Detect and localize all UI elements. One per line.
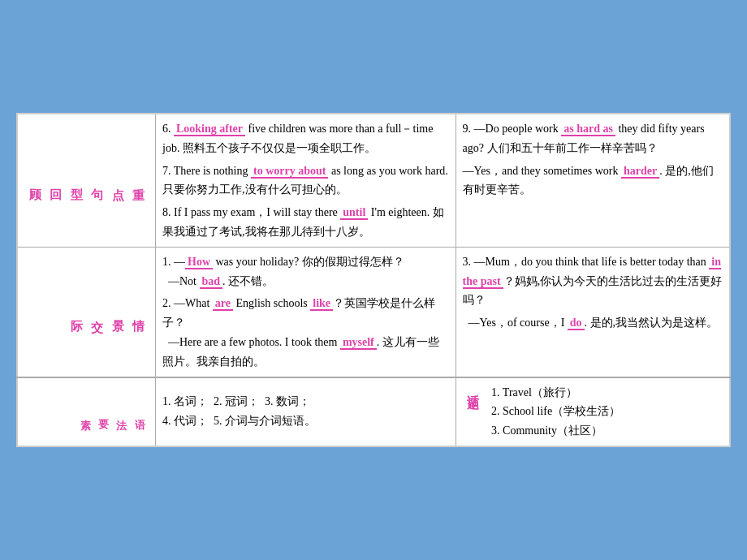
cell-grammar-left: 6. Looking after five children was more … [156, 114, 456, 247]
fill-do: do [568, 317, 585, 330]
cell-dialogue-left: 1. —How was your holiday? 你的假期过得怎样？ —Not… [156, 247, 456, 377]
row-grammar: 重点句型回顾 6. Looking after five children wa… [17, 114, 730, 247]
cell-grammar-points: 1. 名词； 2. 冠词； 3. 数词； 4. 代词； 5. 介词与介词短语。 [156, 377, 456, 446]
item-7: 7. There is nothing to worry about as lo… [162, 162, 449, 200]
dialogue-3: 3. —Mum，do you think that life is better… [463, 252, 723, 310]
fill-harder: harder [621, 165, 659, 179]
cell-dialogue-right: 3. —Mum，do you think that life is better… [456, 247, 730, 377]
item-9: 9. —Do people work as hard as they did f… [463, 119, 723, 158]
label-topic: 话题 [463, 383, 484, 391]
dialogue-1-answer: —Not bad. 还不错。 [162, 272, 449, 291]
fill-to-worry-about: to worry about [251, 165, 328, 179]
topics-container: 话题 1. Travel（旅行） 2. School life（学校生活） 3.… [463, 383, 723, 441]
item-9-answer: —Yes，and they sometimes work harder. 是的,… [463, 162, 723, 200]
fill-in-the-past: in the past [463, 256, 721, 289]
cell-grammar-right: 9. —Do people work as hard as they did f… [456, 114, 730, 247]
row-bottom: 语法要素 1. 名词； 2. 冠词； 3. 数词； 4. 代词； 5. 介词与介… [17, 377, 730, 446]
fill-myself: myself [340, 336, 377, 350]
dialogue-3-answer: —Yes，of course，I do. 是的,我当然认为是这样。 [463, 313, 723, 333]
grammar-content: 1. 名词； 2. 冠词； 3. 数词； 4. 代词； 5. 介词与介词短语。 [162, 392, 449, 431]
dialogue-1: 1. —How was your holiday? 你的假期过得怎样？ [162, 252, 449, 272]
topics-list: 1. Travel（旅行） 2. School life（学校生活） 3. Co… [491, 383, 620, 441]
fill-like: like [310, 297, 333, 311]
item-6: 6. Looking after five children was more … [162, 119, 449, 158]
label-dialogue: 情景交际 [17, 247, 156, 377]
label-grammar: 重点句型回顾 [17, 114, 156, 247]
topic-1: 1. Travel（旅行） [491, 383, 620, 403]
fill-are: are [213, 297, 233, 311]
dialogue-2-answer: —Here are a few photos. I took them myse… [162, 333, 449, 372]
dialogue-2: 2. —What are English schools like？英国学校是什… [162, 294, 449, 333]
cell-topics: 话题 1. Travel（旅行） 2. School life（学校生活） 3.… [456, 377, 730, 446]
fill-as-hard-as: as hard as [561, 123, 615, 136]
item-8: 8. If I pass my exam，I will stay there u… [162, 203, 449, 242]
main-table: 重点句型回顾 6. Looking after five children wa… [16, 113, 731, 447]
fill-until: until [340, 206, 368, 220]
label-grammar-points: 语法要素 [17, 377, 156, 446]
topic-2: 2. School life（学校生活） [491, 402, 620, 421]
row-dialogue: 情景交际 1. —How was your holiday? 你的假期过得怎样？… [17, 247, 730, 377]
fill-bad: bad [200, 275, 223, 289]
topic-3: 3. Community（社区） [491, 421, 620, 441]
fill-looking-after: Looking after [174, 123, 245, 136]
fill-how: How [185, 256, 213, 269]
